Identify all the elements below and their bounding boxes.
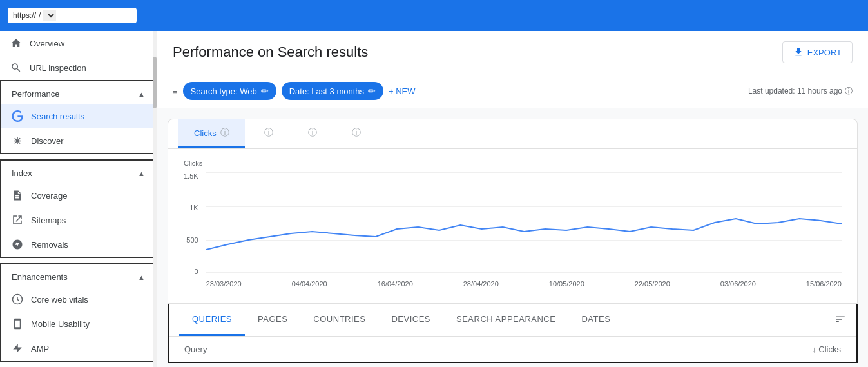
top-bar: https:// / — [0, 0, 868, 31]
y-axis: 1.5K 1K 500 0 — [184, 172, 201, 275]
tab-dates[interactable]: DATES — [568, 304, 623, 336]
mobile-usability-label: Mobile Usability — [31, 319, 90, 329]
metric-4-info: ⓘ — [352, 127, 361, 139]
index-chevron: ▲ — [138, 170, 145, 177]
page-title: Performance on Search results — [173, 44, 368, 61]
enhancements-chevron: ▲ — [138, 273, 145, 281]
query-column-header: Query — [184, 344, 207, 354]
scrollbar-track — [153, 31, 157, 367]
url-text: https:// — [13, 11, 36, 20]
x-date-7: 03/06/2020 — [720, 280, 756, 288]
tab-search-appearance[interactable]: SEARCH APPEARANCE — [443, 304, 568, 336]
performance-header[interactable]: Performance ▲ — [1, 81, 155, 104]
date-chip[interactable]: Date: Last 3 months ✏ — [282, 82, 383, 100]
x-date-8: 15/06/2020 — [806, 280, 842, 288]
sidebar-item-url-inspection[interactable]: URL inspection — [0, 55, 157, 80]
url-inspection-label: URL inspection — [30, 63, 86, 73]
bottom-section: QUERIES PAGES COUNTRIES DEVICES SEARCH A… — [168, 304, 858, 363]
chart-svg-wrapper: 23/03/2020 04/04/2020 16/04/2020 28/04/2… — [206, 172, 842, 288]
edit-icon-search: ✏ — [261, 86, 269, 96]
sidebar-item-mobile-usability[interactable]: Mobile Usability — [1, 312, 155, 336]
filters-bar: ≡ Search type: Web ✏ Date: Last 3 months… — [157, 74, 868, 108]
filter-icon[interactable]: ≡ — [173, 86, 178, 96]
table-header: Query ↓ Clicks — [169, 336, 856, 362]
chart-section: Clicks ⓘ ⓘ ⓘ ⓘ Clicks — [168, 119, 858, 304]
chart-container: Clicks 1.5K 1K 500 0 — [168, 149, 857, 303]
amp-label: AMP — [31, 344, 49, 353]
date-label: Date: Last 3 months — [289, 86, 364, 96]
metric-tab-4[interactable]: ⓘ — [333, 119, 376, 148]
y-500: 500 — [184, 236, 198, 244]
discover-label: Discover — [31, 136, 64, 146]
y-0: 0 — [184, 268, 198, 275]
coverage-icon — [12, 190, 23, 201]
coverage-label: Coverage — [31, 191, 67, 201]
y-1.5k: 1.5K — [184, 172, 198, 180]
metric-tab-3[interactable]: ⓘ — [289, 119, 333, 148]
metric-3-info: ⓘ — [308, 127, 317, 139]
y-1k: 1K — [184, 204, 198, 212]
sitemaps-icon — [12, 214, 23, 226]
bottom-tabs-row: QUERIES PAGES COUNTRIES DEVICES SEARCH A… — [169, 304, 856, 336]
last-updated: Last updated: 11 hours ago ⓘ — [748, 86, 853, 97]
line-chart-svg — [206, 172, 842, 275]
edit-icon-date: ✏ — [368, 86, 376, 96]
x-date-1: 23/03/2020 — [206, 280, 242, 288]
export-button[interactable]: EXPORT — [782, 41, 853, 63]
metric-tabs-row: Clicks ⓘ ⓘ ⓘ ⓘ — [168, 119, 857, 149]
sidebar-item-coverage[interactable]: Coverage — [1, 183, 155, 208]
y-axis-label: Clicks — [184, 159, 842, 167]
home-icon — [10, 37, 22, 49]
metric-2-info: ⓘ — [264, 127, 273, 139]
clicks-sort[interactable]: ↓ Clicks — [812, 344, 841, 354]
sidebar-item-search-results[interactable]: Search results — [1, 104, 155, 128]
sidebar-item-discover[interactable]: Discover — [1, 128, 155, 153]
sidebar-item-removals[interactable]: Removals — [1, 232, 155, 257]
x-date-4: 28/04/2020 — [463, 280, 499, 288]
scrollbar-thumb — [153, 57, 157, 108]
svg-marker-1 — [13, 344, 22, 353]
sidebar-item-sitemaps[interactable]: Sitemaps — [1, 208, 155, 232]
url-dropdown[interactable] — [43, 10, 56, 21]
url-bar[interactable]: https:// / — [8, 8, 137, 23]
tab-pages[interactable]: PAGES — [245, 304, 300, 336]
chart-wrapper: 1.5K 1K 500 0 — [184, 172, 842, 288]
performance-section: Performance ▲ Search results Discover — [0, 80, 157, 154]
removals-icon — [12, 239, 23, 250]
amp-icon — [12, 342, 23, 354]
tab-queries[interactable]: QUERIES — [179, 304, 245, 336]
export-label: EXPORT — [807, 48, 842, 57]
clicks-info-icon: ⓘ — [220, 127, 229, 139]
x-date-5: 10/05/2020 — [549, 280, 584, 288]
index-header[interactable]: Index ▲ — [1, 161, 155, 183]
page-header: Performance on Search results EXPORT — [157, 31, 868, 74]
bottom-tabs: QUERIES PAGES COUNTRIES DEVICES SEARCH A… — [169, 304, 633, 336]
x-date-2: 04/04/2020 — [292, 280, 327, 288]
table-filter-icon[interactable] — [834, 313, 856, 327]
x-date-3: 16/04/2020 — [378, 280, 413, 288]
sidebar: Overview URL inspection Performance ▲ Se… — [0, 31, 157, 367]
sidebar-item-core-web-vitals[interactable]: Core web vitals — [1, 287, 155, 312]
sidebar-item-overview[interactable]: Overview — [0, 31, 157, 55]
google-g-icon — [12, 110, 23, 122]
search-type-chip[interactable]: Search type: Web ✏ — [183, 82, 276, 100]
mobile-usability-icon — [12, 318, 23, 330]
metric-tab-clicks[interactable]: Clicks ⓘ — [178, 119, 245, 148]
core-web-vitals-label: Core web vitals — [31, 295, 88, 304]
url-slash: / — [39, 11, 41, 20]
enhancements-title: Enhancements — [12, 272, 68, 282]
new-filter-button[interactable]: + NEW — [389, 86, 416, 96]
x-date-6: 22/05/2020 — [635, 280, 670, 288]
sidebar-item-amp[interactable]: AMP — [1, 336, 155, 361]
core-web-vitals-icon — [12, 293, 23, 305]
sitemaps-label: Sitemaps — [31, 215, 66, 225]
search-results-label: Search results — [31, 112, 84, 121]
enhancements-header[interactable]: Enhancements ▲ — [1, 264, 155, 287]
tab-countries[interactable]: COUNTRIES — [300, 304, 378, 336]
new-label: + NEW — [389, 86, 416, 96]
performance-chevron: ▲ — [138, 90, 145, 98]
search-icon — [10, 62, 22, 74]
metric-tab-2[interactable]: ⓘ — [245, 119, 289, 148]
tab-devices[interactable]: DEVICES — [378, 304, 443, 336]
info-icon: ⓘ — [845, 86, 853, 97]
